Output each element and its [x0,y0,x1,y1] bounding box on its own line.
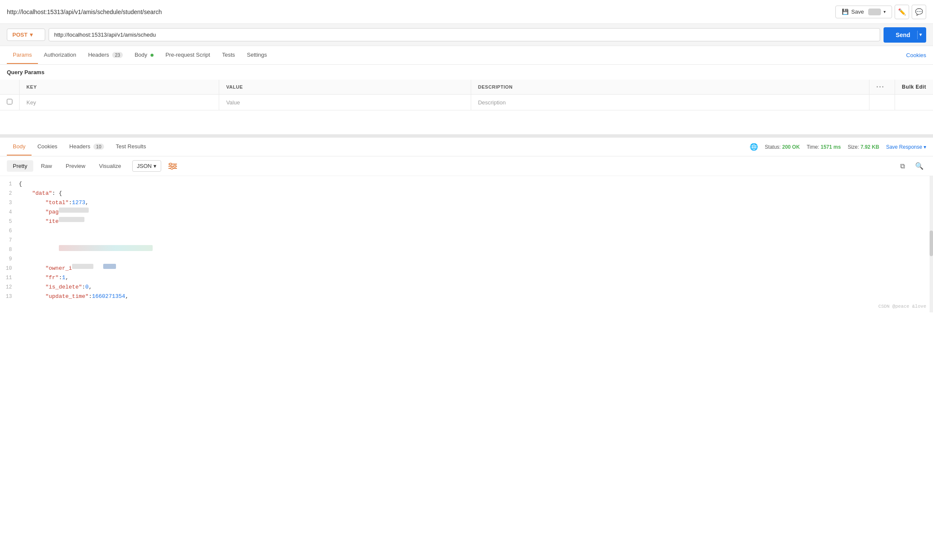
svg-point-5 [171,167,173,169]
url-actions: 💾 Save ▾ ✏️ 💬 [835,5,926,19]
save-response-button[interactable]: Save Response ▾ [886,144,926,150]
tab-tests[interactable]: Tests [216,46,241,64]
format-label: JSON [137,163,152,169]
format-tab-visualize[interactable]: Visualize [93,160,127,172]
response-meta: 🌐 Status: 200 OK Time: 1571 ms Size: 7.9… [750,143,926,151]
params-spacer [0,110,933,136]
format-tab-preview[interactable]: Preview [60,160,91,172]
json-line-4: 4 "pag [0,208,933,217]
checkbox-col-header [0,80,20,95]
tab-pre-request[interactable]: Pre-request Script [159,46,216,64]
request-tabs-row: Params Authorization Headers 23 Body Pre… [0,46,933,65]
json-line-11: 11 "fr" : 1 , [0,273,933,283]
cookies-link[interactable]: Cookies [906,52,926,58]
url-display: http://localhost:15313/api/v1/amis/sched… [7,9,831,15]
method-label: POST [12,32,27,38]
query-params-label: Query Params [0,65,933,80]
pencil-icon: ✏️ [898,8,906,16]
comment-button[interactable]: 💬 [912,5,926,19]
tab-headers[interactable]: Headers 23 [82,46,129,64]
globe-icon: 🌐 [750,143,758,151]
save-separator [868,9,881,15]
tab-params[interactable]: Params [7,46,38,64]
tab-settings[interactable]: Settings [241,46,273,64]
bulk-edit-col-header[interactable]: Bulk Edit [895,80,933,95]
method-chevron-icon: ▾ [30,32,33,38]
tab-authorization[interactable]: Authorization [38,46,82,64]
response-tab-body[interactable]: Body [7,138,32,156]
json-line-10: 10 "owner_i [0,264,933,273]
json-line-12: 12 "is_delete" : 0 , [0,283,933,292]
blurred-content-10b [103,264,116,269]
bulk-edit-label[interactable]: Bulk Edit [902,84,926,90]
key-cell[interactable]: Key [20,95,219,110]
send-button[interactable]: Send ▾ [884,27,926,43]
json-line-13: 13 "update_time" : 1660271354 , [0,292,933,301]
response-tab-test-results[interactable]: Test Results [110,138,152,156]
url-bar: http://localhost:15313/api/v1/amis/sched… [0,0,933,24]
json-line-9: 9 [0,254,933,264]
save-button[interactable]: 💾 Save ▾ [835,6,892,18]
response-headers-badge: 10 [93,144,104,150]
size-value: 7.92 KB [861,144,879,150]
json-line-8: 8 [0,245,933,254]
comment-icon: 💬 [915,8,923,16]
filter-button[interactable] [165,159,180,173]
response-tab-headers[interactable]: Headers 10 [64,138,110,156]
format-tab-raw[interactable]: Raw [35,160,58,172]
blurred-content-4 [59,208,89,213]
actions-cell [869,95,895,110]
json-viewer: 1 { 2 "data" : { 3 "total" : 1273 , 4 "p… [0,176,933,312]
blurred-content-10 [72,264,93,269]
format-actions: ⧉ 🔍 [895,159,926,173]
headers-badge: 23 [112,52,122,58]
row-checkbox[interactable] [0,95,20,110]
response-section: Body Cookies Headers 10 Test Results 🌐 S… [0,136,933,312]
value-cell[interactable]: Value [219,95,471,110]
time-value: 1571 ms [821,144,841,150]
json-format-select[interactable]: JSON ▾ [132,160,161,172]
url-input[interactable] [49,28,880,41]
request-bar: POST ▾ Send ▾ [0,24,933,46]
send-separator [917,31,918,39]
json-line-6: 6 [0,226,933,236]
response-tab-cookies[interactable]: Cookies [32,138,64,156]
edit-button[interactable]: ✏️ [895,5,909,19]
blurred-block-8 [59,245,153,251]
method-select[interactable]: POST ▾ [7,29,45,41]
key-col-header: KEY [20,80,219,95]
json-line-1: 1 { [0,179,933,189]
tab-body[interactable]: Body [129,46,159,64]
bulk-edit-dots-icon[interactable]: ··· [876,83,884,90]
format-chevron-icon: ▾ [154,163,156,169]
json-line-5: 5 "ite [0,217,933,226]
format-tab-pretty[interactable]: Pretty [7,160,33,172]
blurred-content-5 [59,217,84,222]
status-label: Status: 200 OK [765,144,800,150]
response-tabs-row: Body Cookies Headers 10 Test Results 🌐 S… [0,138,933,156]
json-line-7: 7 [0,236,933,245]
status-value: 200 OK [782,144,800,150]
send-chevron-icon: ▾ [919,32,926,38]
save-icon: 💾 [842,9,849,15]
json-line-2: 2 "data" : { [0,189,933,198]
format-bar: Pretty Raw Preview Visualize JSON ▾ ⧉ 🔍 [0,156,933,176]
table-row: Key Value Description [0,95,933,110]
bulk-edit-cell [895,95,933,110]
svg-point-3 [169,163,171,165]
json-line-3: 3 "total" : 1273 , [0,198,933,208]
body-dot [151,54,154,57]
time-label: Time: 1571 ms [807,144,841,150]
description-cell[interactable]: Description [471,95,869,110]
size-label: Size: 7.92 KB [848,144,879,150]
watermark: CSDN @peace &love [878,304,926,309]
params-table: KEY VALUE DESCRIPTION ··· Bulk Edit Key … [0,80,933,110]
svg-point-4 [174,165,176,167]
description-col-header: DESCRIPTION [471,80,869,95]
search-button[interactable]: 🔍 [913,159,926,173]
save-response-chevron-icon: ▾ [924,144,926,150]
copy-button[interactable]: ⧉ [895,159,909,173]
send-label: Send [884,32,916,38]
actions-col-header: ··· [869,80,895,95]
value-col-header: VALUE [219,80,471,95]
